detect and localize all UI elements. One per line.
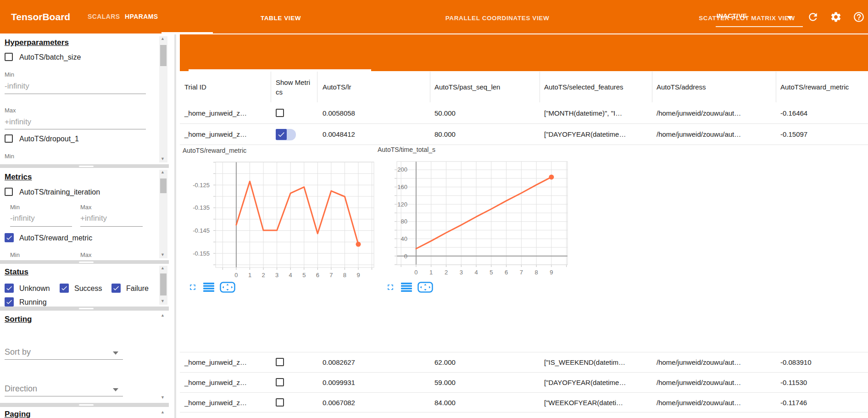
table-row[interactable]: _home_junweid_z…0.008262762.000["IS_WEEK… [180, 352, 868, 373]
show-metrics-checkbox[interactable] [276, 358, 284, 366]
min-label: Min [5, 71, 14, 78]
drag-handle [79, 404, 94, 406]
scroll-up-icon[interactable]: ▲ [161, 170, 165, 174]
min-input-underline [10, 226, 72, 227]
lr-cell: 0.0082627 [323, 352, 355, 373]
direction-dropdown[interactable]: Direction [5, 384, 37, 394]
drag-handle [79, 166, 94, 167]
max-input[interactable]: +infinity [5, 117, 31, 127]
past-seq-len-cell: 84.000 [434, 393, 456, 412]
training-iteration-checkbox[interactable] [5, 188, 13, 196]
table-row[interactable]: _home_junweid_z…0.009993159.000["DAYOFYE… [180, 373, 868, 393]
status-unknown-checkbox[interactable] [5, 284, 14, 293]
reward-metric-cell: -0.16464 [780, 102, 807, 124]
scroll-up-icon[interactable]: ▲ [161, 313, 165, 318]
active-view-tab-indicator [189, 69, 371, 71]
svg-text:2: 2 [262, 272, 265, 279]
show-metrics-checkbox[interactable] [276, 398, 284, 407]
section-resize-divider[interactable] [0, 307, 169, 311]
data-table-icon[interactable] [203, 283, 214, 294]
max-input-underline [5, 129, 146, 129]
past-seq-len-cell: 80.000 [434, 124, 456, 145]
fullscreen-icon[interactable] [386, 283, 395, 294]
scroll-down-icon[interactable]: ▼ [161, 395, 165, 400]
scroll-up-icon[interactable]: ▲ [161, 266, 165, 270]
lr-cell: 0.0067082 [323, 393, 355, 412]
status-success-checkbox[interactable] [60, 284, 69, 293]
sort-by-underline [5, 359, 123, 360]
sort-by-dropdown[interactable]: Sort by [5, 347, 31, 357]
data-table-icon[interactable] [401, 283, 412, 294]
lr-cell: 0.0058058 [323, 102, 355, 124]
nav-tab-scalars[interactable]: SCALARS [88, 0, 120, 33]
fullscreen-icon[interactable] [188, 283, 197, 294]
svg-text:7: 7 [520, 269, 523, 276]
reward-metric-line-chart[interactable]: -0.125-0.135-0.145-0.1550123456789 [180, 158, 377, 279]
column-header-trial-id[interactable]: Trial ID [184, 72, 267, 102]
show-metrics-checkbox[interactable] [276, 109, 284, 117]
hyperparameters-section: Hyperparameters AutoTS/batch_size Min -i… [0, 34, 169, 164]
column-header-selected-features[interactable]: AutoTS/selected_features [544, 72, 634, 102]
gear-icon[interactable] [830, 11, 842, 23]
scroll-up-icon[interactable]: ▲ [161, 410, 165, 414]
selected-features-cell: ["DAYOFYEAR(datetime… [544, 124, 626, 145]
pan-zoom-icon[interactable] [220, 282, 235, 295]
nav-tab-hparams[interactable]: HPARAMS [125, 0, 158, 33]
tab-scatter-plot-matrix-view[interactable]: SCATTER PLOT MATRIX VIEW [699, 0, 795, 37]
svg-text:-0.155: -0.155 [193, 250, 210, 257]
pan-zoom-icon[interactable] [417, 282, 433, 295]
trial-id-cell: _home_junweid_z… [184, 124, 247, 145]
selected-features-cell: ["MONTH(datetime)", "I… [544, 102, 622, 124]
scroll-up-icon[interactable]: ▲ [161, 36, 165, 41]
trial-id-cell: _home_junweid_z… [184, 393, 247, 412]
table-row[interactable]: _home_junweid_z…0.006708284.000["WEEKOFY… [180, 393, 868, 412]
chart-title-reward-metric: AutoTS/reward_metric [183, 147, 246, 154]
column-header-past-seq-len[interactable]: AutoTS/past_seq_len [434, 72, 536, 102]
min-input[interactable]: -infinity [5, 82, 29, 91]
scroll-down-icon[interactable]: ▼ [161, 252, 165, 257]
sorting-heading: Sorting [5, 315, 32, 324]
scrollbar-thumb[interactable] [160, 178, 167, 193]
section-resize-divider[interactable] [0, 403, 169, 407]
svg-text:8: 8 [343, 272, 346, 279]
column-header-reward-metric[interactable]: AutoTS/reward_metric [780, 72, 862, 102]
scroll-down-icon[interactable]: ▼ [161, 156, 165, 161]
batch-size-checkbox[interactable] [5, 53, 13, 61]
hyperparameters-heading: Hyperparameters [5, 38, 69, 47]
sidebar-splitter[interactable] [174, 34, 176, 418]
selected-features-cell: ["WEEKOFYEAR(dateti… [544, 393, 623, 412]
refresh-icon[interactable] [807, 11, 819, 23]
min-label: Min [10, 251, 20, 258]
status-failure-checkbox[interactable] [111, 284, 121, 293]
section-resize-divider[interactable] [0, 260, 169, 264]
reward-metric-checkbox[interactable] [5, 233, 14, 242]
tab-table-view[interactable]: TABLE VIEW [261, 0, 301, 37]
column-header-address[interactable]: AutoTS/address [657, 72, 771, 102]
direction-underline [5, 396, 123, 396]
status-running-checkbox[interactable] [5, 297, 14, 307]
table-row[interactable]: _home_junweid_z…0.005805850.000["MONTH(d… [180, 102, 868, 124]
reward-metric-cell: -0.11530 [780, 373, 807, 393]
svg-text:4: 4 [474, 269, 478, 276]
show-metrics-checkbox-checked[interactable] [276, 129, 296, 140]
min-input[interactable]: -infinity [10, 214, 35, 223]
scrollbar-thumb[interactable] [160, 273, 167, 295]
svg-text:-0.125: -0.125 [193, 182, 210, 189]
tab-parallel-coordinates-view[interactable]: PARALLEL COORDINATES VIEW [445, 0, 550, 37]
column-separator [430, 72, 430, 102]
show-metrics-checkbox[interactable] [276, 378, 284, 386]
dropout-1-checkbox[interactable] [5, 134, 13, 143]
max-input[interactable]: +infinity [80, 214, 107, 223]
table-row[interactable]: _home_junweid_z…0.004841280.000["DAYOFYE… [180, 124, 868, 145]
column-header-lr[interactable]: AutoTS/lr [323, 72, 426, 102]
scroll-down-icon[interactable]: ▼ [161, 299, 165, 303]
column-header-show-metrics[interactable]: Show Metrics [276, 72, 313, 102]
past-seq-len-cell: 50.000 [434, 102, 456, 124]
section-resize-divider[interactable] [0, 164, 169, 168]
scrollbar-thumb[interactable] [160, 45, 167, 66]
chart-title-time-total: AutoTS/time_total_s [378, 146, 435, 153]
max-input-underline [80, 226, 143, 227]
time-total-line-chart[interactable]: 040801201602000123456789 [381, 158, 576, 279]
max-label: Max [5, 107, 16, 114]
help-icon[interactable] [853, 11, 865, 23]
